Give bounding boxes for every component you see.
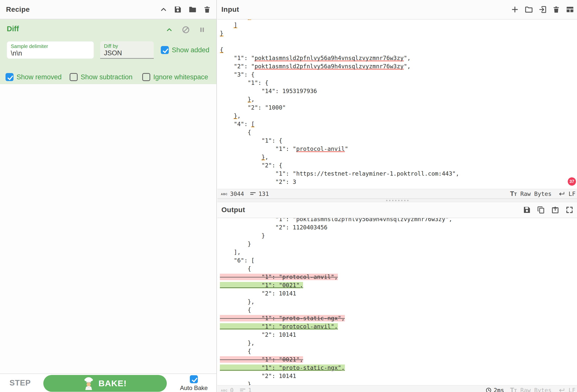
bake-button[interactable]: BAKE! [43,375,167,392]
output-encoding[interactable]: Raw Bytes [520,387,552,392]
checkbox-ignore-whitespace[interactable]: Ignore whitespace [142,73,208,81]
eol-icon [558,191,565,197]
open-input-button[interactable] [538,6,547,14]
code-line [220,38,577,46]
recipe-list[interactable] [0,84,216,373]
code-line: ], [220,248,577,256]
code-line: "1": "pokt1asmnsld2pfnlvy56a9h4vnsqlzvyz… [220,218,577,223]
io-panels: Input [217,0,577,392]
sample-delimiter-value[interactable]: \n\n [11,49,90,57]
breakpoint-button[interactable] [199,26,205,35]
code-line: { [220,306,577,314]
folder-icon [188,6,197,14]
auto-bake-control[interactable]: Auto Bake [179,374,208,392]
operation-diff[interactable]: Diff Sample [0,19,216,84]
save-output-button[interactable] [523,206,531,214]
output-char-count: 0 [230,387,234,392]
input-eol[interactable]: LF [568,191,575,197]
save-recipe-button[interactable] [174,6,182,14]
copy-icon [537,206,545,214]
load-recipe-button[interactable] [188,6,197,14]
checkbox-show-subtraction[interactable]: Show subtraction [70,73,132,81]
auto-bake-label: Auto Bake [180,384,208,391]
chevron-up-icon [166,26,173,34]
sample-delimiter-field[interactable]: Sample delimiter \n\n [7,41,94,59]
code-line: "1": "https://testnet-relayminer-1.poktr… [220,170,577,178]
input-code[interactable]: }, ]}{ "1": "pokt1asmnsld2pfnlvy56a9h4vn… [217,20,577,186]
ignore-whitespace-checkbox[interactable] [142,73,150,81]
code-line: "1": "pokt1asmnsld2pfnlvy56a9h4vnsqlzvyz… [220,54,577,62]
trash-icon [552,6,560,14]
show-added-checkbox[interactable] [161,46,169,54]
input-editor[interactable]: }, ]}{ "1": "pokt1asmnsld2pfnlvy56a9h4vn… [217,20,577,189]
auto-bake-checkbox[interactable] [190,375,198,383]
disable-icon [182,26,190,35]
show-added-label: Show added [172,46,209,54]
open-file-button[interactable] [524,6,533,14]
code-line: "2": "pokt1asmnsld2pfnlvy56a9h4vnsqlzvyz… [220,62,577,71]
code-line: { [220,128,577,137]
output-eol[interactable]: LF [568,387,575,392]
operation-count-badge: 37 [568,177,576,186]
show-removed-label: Show removed [17,73,62,81]
plus-icon [511,6,519,14]
code-line: "2": 10141 [220,331,577,339]
collapse-operation-button[interactable] [166,26,173,34]
code-line: "2": 10141 [220,289,577,298]
code-line: } [220,380,577,385]
code-line: } [220,240,577,248]
add-input-tab-button[interactable] [511,6,519,14]
panel-splitter[interactable] [217,199,577,202]
copy-output-button[interactable] [537,206,545,214]
encoding-icon: TT [510,190,517,198]
diff-by-select[interactable]: Diff by JSON [100,41,154,59]
disable-operation-button[interactable] [182,26,190,35]
code-line: "2": 10141 [220,372,577,380]
trash-icon [203,6,211,14]
code-line: "1": { [220,137,577,145]
code-line: { [220,347,577,355]
code-line: } [220,232,577,240]
controls-bar: STEP BAKE! Auto Bake [0,373,216,392]
clear-input-button[interactable] [552,6,560,14]
code-line: "2": "1000" [220,104,577,112]
chevron-up-icon [160,6,167,13]
code-line: "6": [ [220,256,577,265]
code-line: "1": "protocol-anvil" [220,145,577,153]
output-title: Output [221,206,245,214]
bake-time: 2ms [494,387,504,392]
code-line: }, [220,112,577,120]
output-status-bar: abc 0 1 2ms TT Raw Bytes [217,385,577,392]
layout-button[interactable] [565,6,574,14]
show-removed-checkbox[interactable] [6,73,14,81]
code-line: "1": "proto-static-ngx", [220,364,577,372]
save-icon [523,206,531,214]
code-line: "1": "protocol-anvil", [220,322,577,331]
code-line: }, [220,95,577,104]
checkbox-show-removed[interactable]: Show removed [6,73,62,81]
open-output-button[interactable] [551,206,559,214]
operation-title: Diff [7,25,19,33]
show-subtraction-checkbox[interactable] [70,73,78,81]
input-title: Input [221,6,239,14]
output-header: Output [217,202,577,218]
input-encoding[interactable]: Raw Bytes [520,191,552,197]
code-line: "14": 1953197936 [220,87,577,95]
sample-delimiter-label: Sample delimiter [11,44,90,49]
clear-recipe-button[interactable] [203,6,211,14]
code-line: { [220,46,577,54]
step-button[interactable]: STEP [10,374,31,392]
code-line: }, [220,298,577,306]
line-count-icon [250,191,256,197]
code-line: "4": [ [220,120,577,128]
input-header: Input [217,0,577,20]
code-line: "1": { [220,79,577,87]
collapse-recipe-button[interactable] [160,6,167,13]
layout-icon [565,6,574,14]
code-line: "2": { [220,161,577,170]
maximize-output-button[interactable] [565,206,573,214]
output-panel: Output [217,202,577,392]
checkbox-show-added[interactable]: Show added [161,46,209,54]
code-line: { [220,265,577,273]
line-count-icon [240,387,246,392]
